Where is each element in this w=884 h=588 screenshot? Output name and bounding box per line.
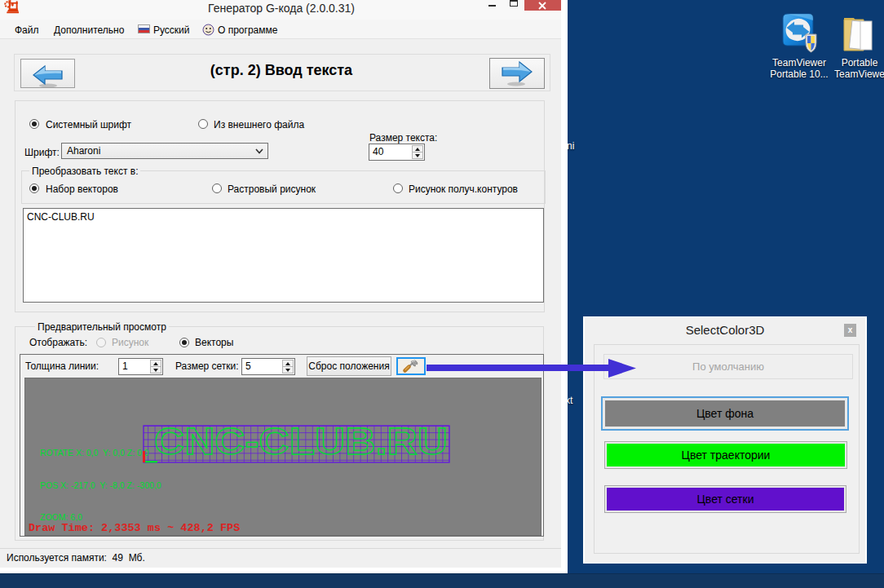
svg-text:POS X: -217,0 Y: -8,0 Z: -300: POS X: -217,0 Y: -8,0 Z: -300,0 bbox=[40, 480, 161, 490]
svg-text:ROTATE X: 0,0 Y: 0,0 Z: 0,0: ROTATE X: 0,0 Y: 0,0 Z: 0,0 bbox=[40, 448, 149, 458]
svg-text:Draw Time: 2,3353 ms ~ 428,2 F: Draw Time: 2,3353 ms ~ 428,2 FPS bbox=[29, 522, 240, 534]
svg-text:CNC-CLUB.RU: CNC-CLUB.RU bbox=[154, 419, 448, 462]
svg-text:ZOOM: 6,0: ZOOM: 6,0 bbox=[40, 512, 82, 522]
